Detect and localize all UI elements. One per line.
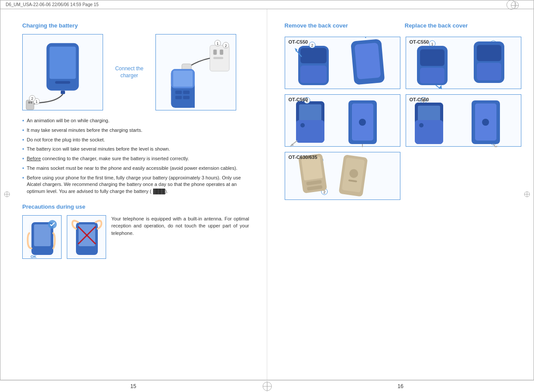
c560-remove-label: OT-C560 — [289, 97, 308, 102]
svg-rect-44 — [300, 65, 327, 83]
precautions-content: OK — [22, 215, 249, 259]
svg-rect-65 — [296, 120, 324, 143]
replace-heading: Replace the back cover — [405, 22, 516, 29]
c550-row: OT-C550 2 — [285, 37, 517, 89]
c630-row: OT-C630/635 1 2 — [285, 152, 517, 200]
bullet-item-1: An animation will be on while charging. — [22, 117, 249, 125]
header-bar: D6_UM_USA-22-06-06 22/06/06 14:59 Page 1… — [0, 0, 534, 9]
bullet-list: An animation will be on while charging. … — [22, 117, 249, 195]
svg-rect-30 — [183, 96, 189, 99]
svg-text:2: 2 — [31, 96, 33, 101]
page-wrapper: D6_UM_USA-22-06-06 22/06/06 14:59 Page 1… — [0, 0, 534, 392]
svg-rect-16 — [220, 50, 223, 55]
svg-point-82 — [419, 123, 424, 127]
svg-text:1: 1 — [431, 42, 433, 46]
svg-text:1: 1 — [217, 41, 219, 46]
svg-rect-8 — [28, 101, 30, 103]
bullet-item-4: The battery icon will take several minut… — [22, 146, 249, 153]
c560-replace-label: OT-C560 — [410, 97, 429, 102]
bullet-item-2: It may take several minutes before the c… — [22, 127, 249, 134]
svg-rect-9 — [31, 101, 32, 103]
svg-rect-4 — [49, 47, 76, 79]
charging-heading: Charging the battery — [22, 22, 249, 29]
charging-illus-right: 2 1 — [155, 34, 236, 110]
page-15: 15 — [131, 383, 136, 389]
right-page: Remove the back cover Replace the back c… — [267, 9, 534, 380]
header-file-info: D6_UM_USA-22-06-06 22/06/06 14:59 Page 1… — [6, 2, 99, 7]
bullet-item-5: Before connecting to the charger, make s… — [22, 155, 249, 163]
right-headings-row: Remove the back cover Replace the back c… — [285, 22, 517, 33]
svg-rect-81 — [415, 120, 443, 144]
left-margin-mark — [4, 191, 10, 198]
c550-remove-label: OT-C550 — [289, 39, 308, 45]
svg-rect-92 — [301, 156, 323, 180]
content-area: Charging the battery — [0, 9, 534, 380]
precautions-text: Your telephone is equipped with a built-… — [111, 215, 249, 237]
svg-rect-26 — [173, 71, 193, 87]
bullet-item-3: Do not force the plug into the socket. — [22, 137, 249, 144]
c550-replace-label: OT-C550 — [410, 39, 429, 45]
replace-heading-container: Replace the back cover — [405, 22, 516, 33]
c560-row: OT-C560 1 — [285, 94, 517, 147]
svg-rect-49 — [354, 43, 381, 79]
svg-text:2: 2 — [225, 44, 227, 48]
precautions-illus-1: OK — [22, 215, 62, 259]
svg-rect-61 — [477, 63, 501, 80]
svg-rect-80 — [418, 106, 440, 121]
bullet-item-6: The mains socket must be near to the pho… — [22, 165, 249, 172]
svg-rect-57 — [420, 68, 444, 83]
svg-text:1: 1 — [35, 100, 38, 104]
svg-rect-43 — [300, 48, 327, 63]
page-16: 16 — [398, 383, 403, 389]
svg-text:2: 2 — [311, 43, 313, 48]
svg-text:OK: OK — [31, 254, 37, 259]
remove-heading: Remove the back cover — [285, 22, 396, 29]
svg-rect-17 — [214, 57, 224, 59]
svg-rect-28 — [183, 91, 189, 94]
svg-rect-29 — [176, 96, 182, 99]
c560-remove-box: OT-C560 1 — [285, 94, 400, 147]
precautions-illus-2 — [67, 215, 106, 259]
svg-rect-56 — [420, 49, 444, 66]
left-page: Charging the battery — [0, 9, 267, 380]
svg-rect-64 — [299, 104, 321, 121]
svg-point-66 — [300, 123, 305, 127]
bullet-item-7: Before using your phone for the first ti… — [22, 175, 249, 195]
connect-charger-label: Connect the charger — [112, 65, 147, 79]
charging-illus-left: 1 2 — [22, 34, 103, 110]
svg-point-72 — [359, 119, 366, 126]
c550-replace-box: OT-C550 1 2 — [406, 37, 521, 89]
precautions-heading: Precautions during use — [22, 203, 249, 210]
c550-remove-box: OT-C550 2 — [285, 37, 400, 89]
c630-remove-label: OT-C630/635 — [289, 155, 317, 160]
svg-rect-27 — [176, 91, 182, 94]
svg-rect-15 — [214, 50, 217, 55]
svg-rect-6 — [61, 91, 65, 94]
remove-heading-container: Remove the back cover — [285, 22, 396, 33]
page-number-left: 15 — [0, 381, 267, 392]
c630-remove-box: OT-C630/635 1 2 — [285, 152, 400, 200]
svg-rect-5 — [55, 81, 70, 84]
svg-marker-58 — [439, 85, 442, 89]
right-margin-mark — [524, 191, 530, 198]
charging-illustrations: 1 2 Connect the charger — [22, 34, 249, 110]
svg-rect-60 — [477, 45, 501, 61]
c560-replace-box: OT-C560 1 2 — [406, 94, 521, 147]
page-number-right: 16 — [267, 381, 534, 392]
svg-point-85 — [482, 119, 489, 126]
svg-rect-32 — [34, 224, 51, 246]
footer-row: 15 16 — [0, 380, 534, 392]
